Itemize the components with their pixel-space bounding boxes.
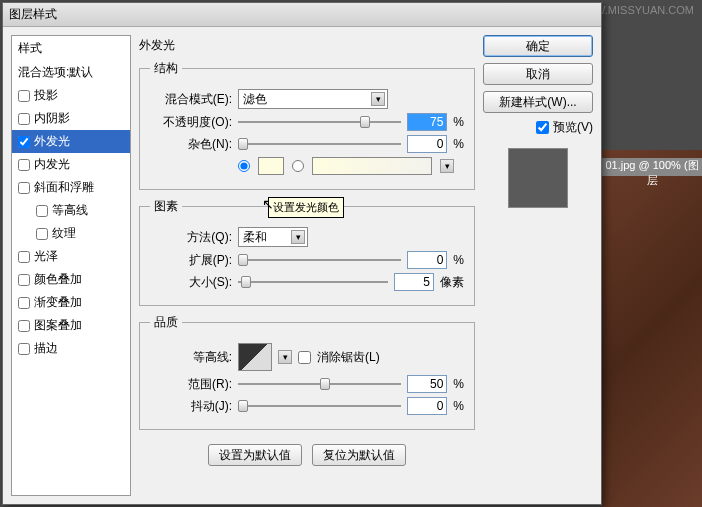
sidebar-item-0[interactable]: 投影 bbox=[12, 84, 130, 107]
background-file-tab: 01.jpg @ 100% (图层 bbox=[602, 158, 702, 176]
sidebar-item-10[interactable]: 图案叠加 bbox=[12, 314, 130, 337]
contour-label: 等高线: bbox=[150, 349, 232, 366]
size-label: 大小(S): bbox=[150, 274, 232, 291]
sidebar-item-label: 图案叠加 bbox=[34, 317, 82, 334]
sidebar-checkbox-6[interactable] bbox=[36, 228, 48, 240]
range-input[interactable] bbox=[407, 375, 447, 393]
technique-label: 方法(Q): bbox=[150, 229, 232, 246]
new-style-button[interactable]: 新建样式(W)... bbox=[483, 91, 593, 113]
elements-legend: 图素 bbox=[150, 198, 182, 215]
sidebar-header-styles[interactable]: 样式 bbox=[12, 36, 130, 61]
sidebar-checkbox-5[interactable] bbox=[36, 205, 48, 217]
sidebar-checkbox-3[interactable] bbox=[18, 159, 30, 171]
size-input[interactable] bbox=[394, 273, 434, 291]
quality-group: 品质 等高线: 消除锯齿(L) 范围(R): % 抖动(J): bbox=[139, 314, 475, 430]
sidebar-item-label: 投影 bbox=[34, 87, 58, 104]
sidebar-item-label: 内阴影 bbox=[34, 110, 70, 127]
size-slider[interactable] bbox=[238, 273, 388, 291]
sidebar-item-8[interactable]: 颜色叠加 bbox=[12, 268, 130, 291]
noise-input[interactable] bbox=[407, 135, 447, 153]
sidebar-checkbox-0[interactable] bbox=[18, 90, 30, 102]
gradient-dropdown-arrow[interactable] bbox=[440, 159, 454, 173]
color-swatch-tooltip: 设置发光颜色 bbox=[268, 197, 344, 218]
sidebar-item-7[interactable]: 光泽 bbox=[12, 245, 130, 268]
opacity-label: 不透明度(O): bbox=[150, 114, 232, 131]
sidebar-checkbox-9[interactable] bbox=[18, 297, 30, 309]
sidebar-item-label: 颜色叠加 bbox=[34, 271, 82, 288]
jitter-input[interactable] bbox=[407, 397, 447, 415]
sidebar-checkbox-2[interactable] bbox=[18, 136, 30, 148]
glow-color-swatch[interactable] bbox=[258, 157, 284, 175]
blend-mode-label: 混合模式(E): bbox=[150, 91, 232, 108]
reset-default-button[interactable]: 复位为默认值 bbox=[312, 444, 406, 466]
chevron-down-icon bbox=[371, 92, 385, 106]
spread-slider[interactable] bbox=[238, 251, 401, 269]
jitter-label: 抖动(J): bbox=[150, 398, 232, 415]
preview-checkbox[interactable] bbox=[536, 121, 549, 134]
sidebar-checkbox-10[interactable] bbox=[18, 320, 30, 332]
noise-label: 杂色(N): bbox=[150, 136, 232, 153]
right-panel: 确定 取消 新建样式(W)... 预览(V) bbox=[483, 35, 593, 496]
sidebar-item-label: 外发光 bbox=[34, 133, 70, 150]
styles-sidebar: 样式 混合选项:默认 投影内阴影外发光内发光斜面和浮雕等高线纹理光泽颜色叠加渐变… bbox=[11, 35, 131, 496]
color-radio[interactable] bbox=[238, 160, 250, 172]
sidebar-item-label: 光泽 bbox=[34, 248, 58, 265]
sidebar-item-5[interactable]: 等高线 bbox=[12, 199, 130, 222]
sidebar-item-2[interactable]: 外发光 bbox=[12, 130, 130, 153]
noise-slider[interactable] bbox=[238, 135, 401, 153]
antialias-checkbox[interactable] bbox=[298, 351, 311, 364]
range-slider[interactable] bbox=[238, 375, 401, 393]
sidebar-item-label: 内发光 bbox=[34, 156, 70, 173]
technique-dropdown[interactable]: 柔和 bbox=[238, 227, 308, 247]
sidebar-item-label: 纹理 bbox=[52, 225, 76, 242]
contour-picker[interactable] bbox=[238, 343, 272, 371]
sidebar-item-label: 斜面和浮雕 bbox=[34, 179, 94, 196]
preview-swatch bbox=[508, 148, 568, 208]
chevron-down-icon bbox=[291, 230, 305, 244]
set-default-button[interactable]: 设置为默认值 bbox=[208, 444, 302, 466]
sidebar-item-6[interactable]: 纹理 bbox=[12, 222, 130, 245]
sidebar-item-11[interactable]: 描边 bbox=[12, 337, 130, 360]
contour-dropdown-arrow[interactable] bbox=[278, 350, 292, 364]
spread-input[interactable] bbox=[407, 251, 447, 269]
ok-button[interactable]: 确定 bbox=[483, 35, 593, 57]
structure-group: 结构 混合模式(E): 滤色 不透明度(O): % 杂色(N): bbox=[139, 60, 475, 190]
sidebar-item-label: 渐变叠加 bbox=[34, 294, 82, 311]
sidebar-item-9[interactable]: 渐变叠加 bbox=[12, 291, 130, 314]
sidebar-item-label: 等高线 bbox=[52, 202, 88, 219]
sidebar-checkbox-11[interactable] bbox=[18, 343, 30, 355]
sidebar-checkbox-4[interactable] bbox=[18, 182, 30, 194]
sidebar-checkbox-1[interactable] bbox=[18, 113, 30, 125]
background-leather-image bbox=[602, 150, 702, 507]
sidebar-item-1[interactable]: 内阴影 bbox=[12, 107, 130, 130]
structure-legend: 结构 bbox=[150, 60, 182, 77]
opacity-slider[interactable] bbox=[238, 113, 401, 131]
effect-title: 外发光 bbox=[139, 35, 475, 56]
cancel-button[interactable]: 取消 bbox=[483, 63, 593, 85]
antialias-label: 消除锯齿(L) bbox=[317, 349, 380, 366]
blend-mode-dropdown[interactable]: 滤色 bbox=[238, 89, 388, 109]
sidebar-item-4[interactable]: 斜面和浮雕 bbox=[12, 176, 130, 199]
quality-legend: 品质 bbox=[150, 314, 182, 331]
layer-style-dialog: 图层样式 样式 混合选项:默认 投影内阴影外发光内发光斜面和浮雕等高线纹理光泽颜… bbox=[2, 2, 602, 505]
sidebar-blending-options[interactable]: 混合选项:默认 bbox=[12, 61, 130, 84]
main-panel: 外发光 结构 混合模式(E): 滤色 不透明度(O): % bbox=[139, 35, 475, 496]
gradient-radio[interactable] bbox=[292, 160, 304, 172]
sidebar-item-3[interactable]: 内发光 bbox=[12, 153, 130, 176]
sidebar-item-label: 描边 bbox=[34, 340, 58, 357]
sidebar-checkbox-8[interactable] bbox=[18, 274, 30, 286]
range-label: 范围(R): bbox=[150, 376, 232, 393]
opacity-input[interactable] bbox=[407, 113, 447, 131]
dialog-title: 图层样式 bbox=[9, 6, 595, 23]
dialog-titlebar[interactable]: 图层样式 bbox=[3, 3, 601, 27]
sidebar-checkbox-7[interactable] bbox=[18, 251, 30, 263]
jitter-slider[interactable] bbox=[238, 397, 401, 415]
spread-label: 扩展(P): bbox=[150, 252, 232, 269]
glow-gradient-bar[interactable] bbox=[312, 157, 432, 175]
preview-label: 预览(V) bbox=[553, 119, 593, 136]
